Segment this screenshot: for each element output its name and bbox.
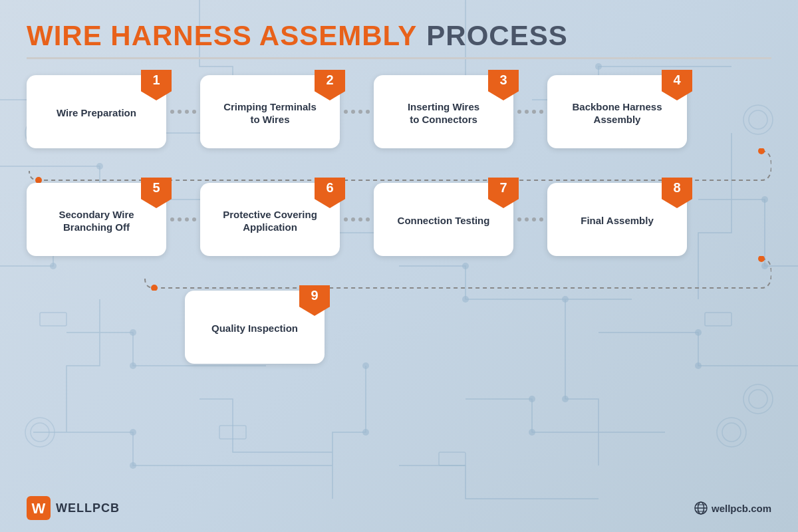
step-number-6: 6 bbox=[315, 178, 345, 208]
step-number-2: 2 bbox=[315, 70, 345, 100]
steps-wrapper: Wire Preparation 1 Crimping Terminalsto … bbox=[27, 75, 771, 364]
step-card-6: Protective CoveringApplication 6 bbox=[200, 183, 340, 256]
svg-point-39 bbox=[35, 177, 42, 183]
logo-icon: W bbox=[27, 496, 51, 520]
globe-icon bbox=[694, 501, 708, 515]
step-card-9: Quality Inspection 9 bbox=[185, 291, 325, 364]
svg-point-16 bbox=[529, 396, 535, 402]
title-row: WIRE HARNESS ASSEMBLY PROCESS bbox=[27, 20, 771, 52]
logo-text: WELLPCB bbox=[56, 501, 120, 515]
step-number-3: 3 bbox=[488, 70, 519, 100]
step-label-3: Inserting Wiresto Connectors bbox=[408, 100, 479, 126]
step-number-4: 4 bbox=[662, 70, 692, 100]
svg-point-40 bbox=[758, 148, 765, 154]
connector-1-2 bbox=[166, 110, 200, 114]
step-label-7: Connection Testing bbox=[398, 214, 490, 227]
step-card-5: Secondary WireBranching Off 5 bbox=[27, 183, 166, 256]
svg-point-32 bbox=[722, 423, 741, 442]
step-number-5: 5 bbox=[141, 178, 172, 208]
step-card-8: Final Assembly 8 bbox=[547, 183, 687, 256]
footer: W WELLPCB wellpcb.com bbox=[27, 496, 771, 520]
step-number-8: 8 bbox=[662, 178, 692, 208]
svg-point-24 bbox=[562, 396, 569, 402]
step-number-9: 9 bbox=[299, 285, 330, 316]
svg-point-42 bbox=[758, 256, 765, 262]
step-label-2: Crimping Terminalsto Wires bbox=[223, 100, 317, 126]
svg-point-41 bbox=[151, 285, 158, 291]
svg-point-15 bbox=[130, 462, 136, 469]
between-rows-1-2 bbox=[27, 148, 771, 183]
step-card-1: Wire Preparation 1 bbox=[27, 75, 166, 148]
between-rows-2-3 bbox=[27, 256, 771, 291]
website: wellpcb.com bbox=[694, 501, 771, 515]
step-card-3: Inserting Wiresto Connectors 3 bbox=[374, 75, 513, 148]
title-part2: PROCESS bbox=[426, 20, 567, 52]
svg-point-31 bbox=[717, 418, 746, 447]
steps-row-2: Secondary WireBranching Off 5 Protective… bbox=[27, 183, 771, 256]
step-number-1: 1 bbox=[141, 70, 172, 100]
svg-text:W: W bbox=[32, 500, 46, 517]
steps-row-1: Wire Preparation 1 Crimping Terminalsto … bbox=[27, 75, 771, 148]
main-content: WIRE HARNESS ASSEMBLY PROCESS Wire Prepa… bbox=[0, 0, 798, 384]
connector-3-4 bbox=[513, 110, 547, 114]
step-label-4: Backbone HarnessAssembly bbox=[572, 100, 662, 126]
connector-6-7 bbox=[340, 217, 374, 221]
step-number-7: 7 bbox=[488, 178, 519, 208]
step-card-4: Backbone HarnessAssembly 4 bbox=[547, 75, 687, 148]
svg-point-22 bbox=[362, 429, 369, 436]
steps-row-3: Quality Inspection 9 bbox=[27, 291, 771, 364]
website-text: wellpcb.com bbox=[712, 503, 771, 514]
svg-point-37 bbox=[743, 384, 773, 414]
logo-area: W WELLPCB bbox=[27, 496, 120, 520]
step-label-6: Protective CoveringApplication bbox=[223, 208, 317, 234]
step-label-9: Quality Inspection bbox=[211, 322, 298, 335]
title-part1: WIRE HARNESS ASSEMBLY bbox=[27, 20, 417, 52]
title-divider bbox=[27, 57, 771, 59]
connector-7-8 bbox=[513, 217, 547, 221]
step-card-7: Connection Testing 7 bbox=[374, 183, 513, 256]
step-card-2: Crimping Terminalsto Wires 2 bbox=[200, 75, 340, 148]
step-label-1: Wire Preparation bbox=[57, 106, 136, 120]
svg-point-17 bbox=[529, 429, 535, 436]
connector-5-6 bbox=[166, 217, 200, 221]
svg-point-14 bbox=[130, 429, 136, 436]
svg-point-38 bbox=[749, 390, 767, 408]
step-label-5: Secondary WireBranching Off bbox=[59, 208, 134, 234]
step-label-8: Final Assembly bbox=[581, 214, 653, 227]
connector-2-3 bbox=[340, 110, 374, 114]
svg-rect-28 bbox=[439, 452, 466, 466]
